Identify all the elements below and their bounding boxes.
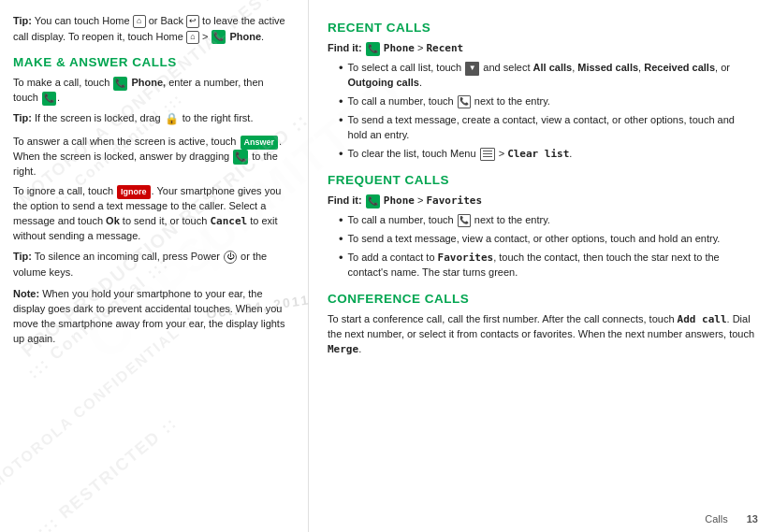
tip-2: Tip: If the screen is locked, drag 🔒 to … [13, 110, 291, 127]
bullet-dot: • [339, 233, 343, 245]
recent-calls-heading: RECENT CALLS [328, 19, 756, 37]
conference-calls-heading: CONFERENCE CALLS [328, 290, 756, 309]
tip-2-label: Tip: [13, 112, 32, 123]
bullet-item: • To clear the list, touch Menu > Clear … [339, 147, 756, 162]
tip-1-text: You can touch Home ⌂ or Back ↩ to leave … [13, 15, 285, 42]
left-column: Tip: You can touch Home ⌂ or Back ↩ to l… [0, 0, 309, 532]
bullet-item: • To call a number, touch 📞 next to the … [339, 94, 756, 109]
tip-2-text: If the screen is locked, drag 🔒 to the r… [35, 112, 253, 123]
bullet-item: • To add a contact to Favorites, touch t… [339, 251, 756, 280]
frequent-calls-heading: FREQUENT CALLS [328, 171, 756, 190]
bullet-item: • To send a text message, view a contact… [339, 232, 756, 247]
bullet-dot: • [339, 62, 343, 74]
bullet-item: • To select a call list, touch ▼ and sel… [339, 61, 756, 91]
bullet-item: • To send a text message, create a conta… [339, 113, 756, 143]
make-call-para: To make a call, touch 📞 Phone, enter a n… [13, 76, 291, 106]
bullet-item: • To call a number, touch 📞 next to the … [339, 213, 756, 228]
answer-call-para: To answer a call when the screen is acti… [13, 135, 291, 180]
make-answer-heading: MAKE & ANSWER CALLS [13, 53, 291, 72]
tip-1-label: Tip: [13, 15, 32, 26]
page-container: MOTOROLA CONFIDENTIAL RESTRICTED :: ::: … [0, 0, 773, 532]
bullet-text: To call a number, touch 📞 next to the en… [348, 213, 550, 228]
note-text: Note: When you hold your smartphone to y… [13, 287, 291, 347]
footer-calls-label: Calls [705, 513, 727, 525]
bullet-text: To call a number, touch 📞 next to the en… [348, 94, 550, 109]
right-column: RECENT CALLS Find it: 📞 Phone > Recent •… [309, 0, 773, 532]
tip-3-label: Tip: [13, 251, 32, 262]
page-footer: Calls 13 [705, 513, 758, 525]
ignore-call-para: To ignore a call, touch Ignore. Your sma… [13, 184, 291, 244]
bullet-text: To add a contact to Favorites, touch the… [348, 251, 756, 280]
frequent-calls-find-it: Find it: 📞 Phone > Favorites [328, 194, 756, 208]
frequent-calls-bullets: • To call a number, touch 📞 next to the … [339, 213, 756, 280]
tip-1: Tip: You can touch Home ⌂ or Back ↩ to l… [13, 13, 291, 44]
recent-calls-bullets: • To select a call list, touch ▼ and sel… [339, 61, 756, 162]
bullet-text: To clear the list, touch Menu > Clear li… [348, 147, 573, 162]
bullet-text: To send a text message, create a contact… [348, 113, 756, 143]
bullet-dot: • [339, 114, 343, 126]
tip-3: Tip: To silence an incoming call, press … [13, 249, 291, 280]
footer-page-number: 13 [747, 513, 758, 525]
bullet-text: To select a call list, touch ▼ and selec… [348, 61, 756, 91]
bullet-dot: • [339, 252, 343, 264]
bullet-text: To send a text message, view a contact, … [348, 232, 721, 247]
conference-calls-text: To start a conference call, call the fir… [328, 312, 756, 357]
bullet-dot: • [339, 214, 343, 226]
bullet-dot: • [339, 148, 343, 160]
tip-3-text: To silence an incoming call, press Power… [13, 251, 267, 278]
bullet-dot: • [339, 95, 343, 108]
recent-calls-find-it: Find it: 📞 Phone > Recent [328, 41, 756, 56]
